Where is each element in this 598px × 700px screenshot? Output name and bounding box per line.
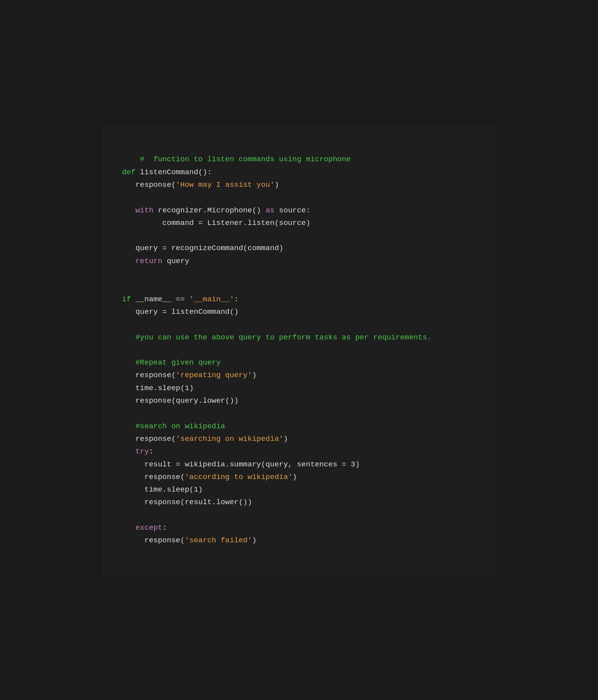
source-label: source: xyxy=(275,206,310,215)
string-searching: 'searching on wikipedia' xyxy=(176,435,284,443)
string-failed: 'search failed' xyxy=(185,536,252,545)
code-block: # function to listen commands using micr… xyxy=(122,140,476,560)
query-assign: query = listenCommand() xyxy=(122,308,238,316)
keyword-as: as xyxy=(266,206,275,215)
line-response1: response( xyxy=(122,181,176,189)
response-searching: response( xyxy=(122,435,176,443)
keyword-return: return xyxy=(135,257,162,265)
response-failed: response( xyxy=(122,536,185,545)
keyword-except: except xyxy=(135,523,162,532)
comment-repeat: #Repeat given query xyxy=(122,358,221,367)
string-according: 'according to wikipedia' xyxy=(185,473,293,481)
keyword-with: with xyxy=(135,206,153,215)
colon-except: : xyxy=(162,523,167,532)
result-line: result = wikipedia.summary(query, senten… xyxy=(122,460,360,469)
comment-search: #search on wikipedia xyxy=(122,422,225,431)
paren-close3: ) xyxy=(283,435,288,443)
func-signature: listenCommand(): xyxy=(135,168,212,177)
command-line: command = Listener.listen(source) xyxy=(122,219,310,227)
colon-try: : xyxy=(149,447,153,456)
paren-close2: ) xyxy=(252,371,257,379)
indent4 xyxy=(122,523,135,532)
colon-main: : xyxy=(234,295,238,304)
paren-close5: ) xyxy=(252,536,257,545)
response-result: response(result.lower()) xyxy=(122,498,252,507)
code-container: # function to listen commands using micr… xyxy=(102,125,496,575)
comment-line1: # function to listen commands using micr… xyxy=(140,155,351,164)
indent2 xyxy=(122,257,135,265)
response-according: response( xyxy=(122,473,185,481)
paren-close1: ) xyxy=(275,181,279,189)
string-assist: 'How may I assist you' xyxy=(176,181,275,189)
return-query: query xyxy=(162,257,189,265)
response-repeat: response( xyxy=(122,371,176,379)
indent3 xyxy=(122,447,135,456)
string-repeating: 'repeating query' xyxy=(176,371,252,379)
sleep1: time.sleep(1) xyxy=(122,384,194,392)
sleep2: time.sleep(1) xyxy=(122,485,203,494)
keyword-if: if xyxy=(122,295,131,304)
keyword-def: def xyxy=(122,168,135,177)
indent1 xyxy=(122,206,135,215)
name-check: __name__ == xyxy=(131,295,189,304)
keyword-try: try xyxy=(135,447,149,456)
comment-use: #you can use the above query to perform … xyxy=(122,333,432,342)
paren-close4: ) xyxy=(292,473,297,481)
response-lower: response(query.lower()) xyxy=(122,396,238,405)
string-main: '__main__' xyxy=(189,295,234,304)
query-line: query = recognizeCommand(command) xyxy=(122,244,283,252)
recognizer-code: recognizer.Microphone() xyxy=(153,206,266,215)
